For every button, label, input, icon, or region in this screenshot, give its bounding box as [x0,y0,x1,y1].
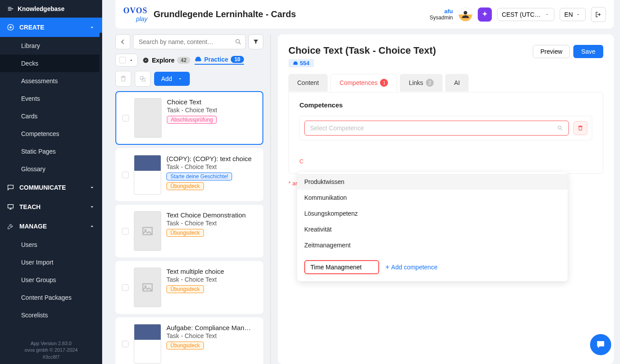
card-subtitle: Task - Choice Text [166,163,257,170]
sidebar-item-static-pages[interactable]: Static Pages [0,143,102,160]
sidebar-item-users[interactable]: Users [0,236,102,254]
sidebar-item-user-import[interactable]: User Import [0,254,102,271]
card-subtitle: Task - Choice Text [166,332,257,339]
brain-icon [195,56,202,63]
chat-bubble-icon [595,339,606,350]
card-tag: Übungsdeck [166,342,204,349]
card-title: Aufgabe: Compliance Man… [166,324,257,331]
ai-sparkle-button[interactable] [478,7,492,22]
chevron-down-icon [576,12,581,17]
card-tag: Übungsdeck [166,285,204,293]
sidebar-item-cards[interactable]: Cards [0,107,102,125]
svg-point-11 [558,126,561,129]
sidebar: Knowledgebase CREATE LibraryDecksAssessm… [0,0,102,364]
select-all[interactable] [115,54,138,66]
card-checkbox[interactable] [122,341,129,347]
add-competence-link[interactable]: + Add competence [385,263,437,271]
tab-explore[interactable]: Explore 42 [142,57,190,64]
delete-button [115,71,131,87]
sidebar-section-manage[interactable]: MANAGE [0,217,102,236]
card-checkbox[interactable] [122,172,129,178]
sidebar-section-teach[interactable]: TEACH [0,197,102,217]
back-button[interactable] [115,34,130,49]
sidebar-section-communicate[interactable]: COMMUNICATE [0,178,102,197]
filter-button[interactable] [248,34,263,49]
sidebar-item-assessments[interactable]: Assessments [0,72,102,90]
id-badge: 554 [288,59,314,67]
sidebar-footer: App Version 2.83.0 ovos gmbh © 2017-2024… [0,337,102,364]
timezone-select[interactable]: CEST (UTC+0… [497,8,554,21]
tab-competences[interactable]: Competences 1 [330,74,397,92]
detail-panel: Choice Text (Task - Choice Text) 554 Pre… [278,34,614,364]
user-info: afu Sysadmin [430,8,453,21]
sidebar-header: Knowledgebase [0,0,102,18]
tab-links[interactable]: Links 2 [400,74,443,92]
brain-icon [293,61,298,66]
tab-content[interactable]: Content [288,74,328,92]
card-item[interactable]: Choice TextTask - Choice TextAbschlusspr… [115,91,263,145]
card-item[interactable]: Aufgabe: Compliance Man…Task - Choice Te… [115,317,263,364]
language-select[interactable]: EN [560,8,586,21]
presentation-icon [7,203,14,210]
card-title: (COPY): (COPY): text choice [166,155,257,162]
save-button[interactable]: Save [573,45,603,58]
logout-button[interactable] [591,7,606,22]
search-field[interactable] [133,34,246,49]
logout-icon [595,11,602,18]
add-button[interactable]: Add [154,72,190,86]
sidebar-item-user-groups[interactable]: User Groups [0,271,102,289]
sidebar-item-scorelists[interactable]: Scorelists [0,306,102,324]
card-tag: Übungsdeck [166,229,204,237]
card-tag: Abschlussprüfung [167,116,217,124]
select-all-checkbox[interactable] [119,57,126,63]
competence-select[interactable]: Select Competence [304,121,569,136]
competence-dropdown: ProduktwissenKommunikationLösungskompete… [297,172,568,281]
card-subtitle: Task - Choice Text [166,276,257,283]
search-icon[interactable] [235,38,242,45]
dropdown-option[interactable]: Produktwissen [297,174,568,190]
search-input[interactable] [137,35,235,49]
avatar[interactable] [458,7,472,22]
sidebar-item-content-packages[interactable]: Content Packages [0,289,102,306]
chat-icon [7,184,14,191]
intercom-button[interactable] [590,334,611,355]
chevron-down-icon [89,184,95,191]
compass-icon [142,57,149,64]
sidebar-item-events[interactable]: Events [0,90,102,107]
avatar-icon [460,9,471,20]
card-checkbox[interactable] [122,284,129,291]
tab-practice[interactable]: Practice 10 [195,56,244,65]
trash-icon [577,125,583,131]
card-item[interactable]: Text multiple choiceTask - Choice TextÜb… [115,261,263,314]
card-list[interactable]: Choice TextTask - Choice TextAbschlusspr… [115,91,263,364]
filter-icon [253,39,259,45]
dropdown-option[interactable]: Lösungskompetenz [297,206,568,221]
card-title: Text Choice Demonstration [166,211,257,219]
svg-point-3 [236,40,240,43]
remove-competence-button[interactable] [573,121,587,135]
sidebar-item-competences[interactable]: Competences [0,125,102,143]
tab-ai[interactable]: AI [445,74,469,92]
card-checkbox[interactable] [122,115,129,121]
new-competence-input[interactable] [304,260,379,274]
arrow-left-icon [120,39,126,45]
dropdown-option[interactable]: Kommunikation [297,190,568,206]
logo: OVOS play [123,6,148,22]
panel-divider [270,34,271,364]
search-icon [557,125,563,131]
card-subtitle: Task - Choice Text [166,220,257,227]
card-checkbox[interactable] [122,228,129,235]
sidebar-item-glossary[interactable]: Glossary [0,160,102,178]
card-item[interactable]: Text Choice DemonstrationTask - Choice T… [115,205,263,257]
dropdown-option[interactable]: Zeitmanagement [297,237,568,253]
preview-button[interactable]: Preview [533,45,570,58]
sidebar-section-create[interactable]: CREATE [0,18,102,37]
dropdown-option[interactable]: Kreativität [297,221,568,237]
card-item[interactable]: (COPY): (COPY): text choiceTask - Choice… [115,148,263,201]
svg-rect-1 [8,205,13,208]
svg-point-2 [464,11,467,15]
sidebar-item-library[interactable]: Library [0,37,102,55]
copy-button [135,71,151,87]
sidebar-item-decks[interactable]: Decks [0,55,102,72]
chevron-down-icon [89,204,95,210]
